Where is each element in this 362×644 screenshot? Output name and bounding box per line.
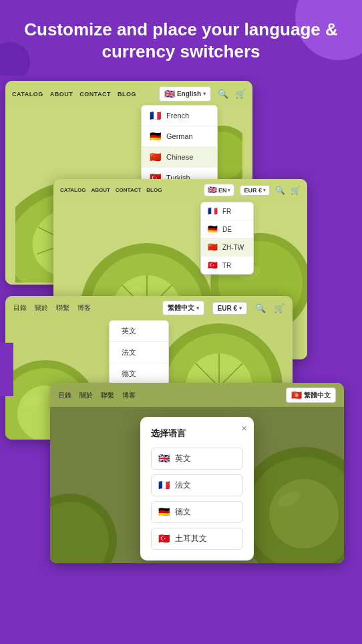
panel2-nav-catalog[interactable]: CATALOG	[60, 187, 85, 193]
panel3-dropdown-item-fr[interactable]: 法文	[110, 342, 168, 363]
panel1-lang-selector[interactable]: 🇬🇧 English ▾	[159, 86, 211, 102]
flag-tr-2: 🇹🇷	[208, 261, 218, 270]
modal-overlay: 选择语言 × 🇬🇧 英文 🇫🇷 法文 🇩🇪 德文	[50, 407, 344, 563]
flag-fr-modal: 🇫🇷	[158, 480, 170, 490]
flag-fr: 🇫🇷	[150, 110, 161, 121]
panel3-search-icon[interactable]: 🔍	[255, 303, 266, 313]
label-de-modal: 德文	[175, 506, 191, 518]
panel2-dropdown-item-zh[interactable]: 🇨🇳 ZH-TW	[201, 238, 253, 257]
panel1-lang-label: English	[177, 90, 201, 98]
chevron-down-icon-eur3: ▾	[239, 305, 242, 311]
panel4-nav-catalog[interactable]: 目錄	[58, 391, 71, 400]
panel1-navbar: CATALOG ABOUT CONTACT BLOG 🇬🇧 English ▾ …	[5, 81, 252, 107]
panel4-lang-selector[interactable]: 🇭🇰 繁體中文	[286, 387, 336, 403]
panel2-nav-blog[interactable]: BLOG	[146, 187, 162, 193]
panel2-eur-label: EUR €	[244, 187, 262, 194]
panel2-eur-selector[interactable]: EUR € ▾	[240, 185, 270, 196]
panel2-cart-icon[interactable]: 🛒	[291, 186, 301, 195]
language-modal: 选择语言 × 🇬🇧 英文 🇫🇷 法文 🇩🇪 德文	[140, 417, 254, 560]
modal-item-en[interactable]: 🇬🇧 英文	[151, 448, 243, 470]
modal-close-button[interactable]: ×	[241, 422, 247, 434]
modal-item-fr[interactable]: 🇫🇷 法文	[151, 474, 243, 496]
panel3-cart-icon[interactable]: 🛒	[274, 303, 285, 313]
panel2-lang-label: EN	[218, 187, 227, 194]
chevron-down-icon-3: ▾	[196, 305, 199, 311]
panel3-dropdown-item-de[interactable]: 德文	[110, 363, 168, 385]
panel4-lang-flag: 🇭🇰	[291, 390, 302, 400]
panel3-nav-about[interactable]: 關於	[35, 303, 48, 313]
lang-fr-label-2: FR	[222, 208, 231, 215]
flag-de: 🇩🇪	[150, 131, 161, 142]
flag-de-modal: 🇩🇪	[158, 506, 170, 517]
label-fr-modal: 法文	[175, 480, 191, 491]
panel2-nav-about[interactable]: ABOUT	[91, 187, 110, 193]
flag-en-modal: 🇬🇧	[158, 453, 170, 464]
panel4-lime-bg: 选择语言 × 🇬🇧 英文 🇫🇷 法文 🇩🇪 德文	[50, 407, 344, 563]
panel3-lang-selector[interactable]: 繁體中文 ▾	[162, 301, 204, 315]
flag-de-2: 🇩🇪	[208, 224, 218, 234]
header-section: Customize and place your language & curr…	[0, 0, 362, 75]
panel3-eur-selector[interactable]: EUR € ▾	[212, 302, 247, 315]
panel3-dropdown-item-en[interactable]: 英文	[110, 321, 168, 342]
panels-area: CATALOG ABOUT CONTACT BLOG 🇬🇧 English ▾ …	[0, 75, 362, 583]
panel1-nav-about[interactable]: ABOUT	[50, 91, 73, 98]
chevron-down-icon-2: ▾	[228, 188, 230, 193]
panel1-dropdown: 🇫🇷 French 🇩🇪 German 🇨🇳 Chinese 🇹🇷 Turkis…	[141, 105, 218, 188]
panel2-dropdown: 🇫🇷 FR 🇩🇪 DE 🇨🇳 ZH-TW 🇹🇷 TR	[200, 202, 254, 275]
purple-side-left	[0, 343, 13, 396]
panel3-nav-blog[interactable]: 博客	[77, 303, 91, 313]
purple-bottom-left	[0, 503, 20, 583]
panel1-nav-blog[interactable]: BLOG	[118, 91, 136, 98]
label-tr-modal: 土耳其文	[175, 533, 207, 544]
lang-zh-label-2: ZH-TW	[222, 244, 244, 251]
panel2-lang-flag: 🇬🇧	[208, 186, 217, 194]
panel4-nav-about[interactable]: 關於	[79, 391, 93, 400]
panel3-nav-contact[interactable]: 聯繫	[56, 303, 69, 313]
chevron-down-icon-eur: ▾	[263, 188, 266, 193]
panel3-eur-label: EUR €	[218, 305, 237, 312]
chevron-down-icon: ▾	[203, 91, 206, 97]
panel3-lang-label: 繁體中文	[168, 303, 194, 313]
lang-chinese-label: Chinese	[166, 153, 193, 161]
flag-zh-2: 🇨🇳	[208, 243, 218, 252]
panel4-lang-label: 繁體中文	[304, 391, 331, 400]
modal-item-tr[interactable]: 🇹🇷 土耳其文	[151, 528, 243, 550]
flag-tr-modal: 🇹🇷	[158, 533, 170, 544]
lang-tr-label-2: TR	[222, 262, 231, 269]
panel2-lang-selector[interactable]: 🇬🇧 EN ▾	[204, 184, 235, 196]
modal-item-de[interactable]: 🇩🇪 德文	[151, 501, 243, 523]
flag-cn: 🇨🇳	[150, 152, 161, 162]
page-title: Customize and place your language & curr…	[13, 19, 349, 62]
panel2-dropdown-item-tr[interactable]: 🇹🇷 TR	[201, 257, 253, 274]
panel2-dropdown-item-fr[interactable]: 🇫🇷 FR	[201, 202, 253, 220]
panel1-dropdown-item-french[interactable]: 🇫🇷 French	[142, 106, 217, 126]
flag-fr-2: 🇫🇷	[208, 206, 218, 216]
lang-german-label: German	[166, 132, 193, 140]
panel1-nav-contact[interactable]: CONTACT	[79, 91, 111, 98]
label-en-modal: 英文	[175, 453, 191, 464]
panel1-lang-flag: 🇬🇧	[164, 89, 175, 99]
panel1-nav-catalog[interactable]: CATALOG	[12, 91, 43, 98]
panel3-navbar: 目錄 關於 聯繫 博客 繁體中文 ▾ EUR € ▾ 🔍 🛒	[5, 296, 293, 320]
lang-french-label: French	[166, 112, 189, 120]
purple-bottom-right	[342, 516, 362, 583]
panel1-dropdown-item-chinese[interactable]: 🇨🇳 Chinese	[142, 147, 217, 168]
panel2-navbar: CATALOG ABOUT CONTACT BLOG 🇬🇧 EN ▾ EUR €…	[53, 179, 307, 201]
purple-side-right	[346, 276, 362, 356]
panel1-search-icon[interactable]: 🔍	[218, 89, 228, 99]
modal-title: 选择语言	[151, 428, 243, 440]
panel3-nav-catalog[interactable]: 目錄	[13, 303, 27, 313]
panel1-cart-icon[interactable]: 🛒	[235, 89, 246, 99]
panel4-navbar: 目錄 關於 聯繫 博客 🇭🇰 繁體中文	[50, 383, 344, 408]
panel4-nav-contact[interactable]: 聯繫	[101, 391, 114, 400]
lang-de-label-2: DE	[222, 226, 232, 233]
panel4-nav-blog[interactable]: 博客	[122, 391, 136, 400]
panel2-dropdown-item-de[interactable]: 🇩🇪 DE	[201, 220, 253, 238]
panel1-dropdown-item-german[interactable]: 🇩🇪 German	[142, 126, 217, 147]
panel-4: 目錄 關於 聯繫 博客 🇭🇰 繁體中文	[50, 383, 344, 563]
panel2-search-icon[interactable]: 🔍	[275, 186, 285, 195]
panel2-nav-contact[interactable]: CONTACT	[116, 187, 142, 193]
